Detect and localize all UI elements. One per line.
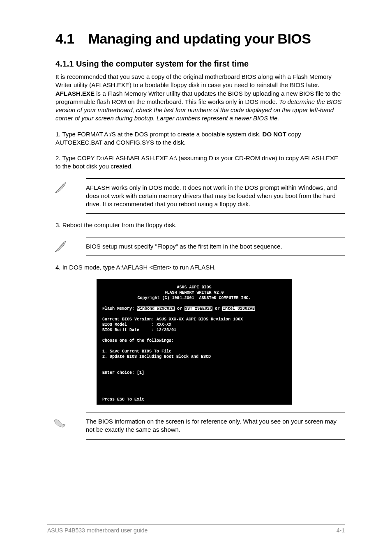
feather-icon [53,240,69,256]
intro-text-1: It is recommended that you save a copy o… [55,73,332,88]
bios-exit: Press ESC To Exit [102,397,144,402]
bios-title1: ASUS ACPI BIOS [102,285,286,290]
footer-page-number: 4-1 [337,527,345,534]
bios-screenshot: ASUS ACPI BIOSFLASH MEMORY WRITER V2.0Co… [97,279,292,405]
heading-title: Managing and updating your BIOS [88,31,311,46]
bios-opt2: 2. Update BIOS Including Boot Block and … [102,355,211,359]
bios-chip1: Winbond W29C020 [137,306,175,311]
step2-text: 2. Type COPY D:\AFLASH\AFLASH.EXE A:\ (a… [55,154,338,170]
heading-number: 4.1 [55,31,74,46]
bios-date: BIOS Built Date : 12/25/01 [102,328,176,332]
step1-text: 1. Type FORMAT A:/S at the DOS prompt to… [55,131,263,138]
note-2-row: The BIOS information on the screen is fo… [55,412,345,440]
bios-enter: Enter choice: [1] [102,371,144,375]
note-1b-box: BIOS setup must specify "Floppy" as the … [86,237,345,256]
step-3: 3. Reboot the computer from the floppy d… [55,221,345,229]
bios-opt1: 1. Save Current BIOS To File [102,349,171,354]
bios-flash-label: Flash Memory: [102,306,137,311]
subsection-heading: 4.1.1 Using the computer system for the … [55,59,345,69]
subheading-title: Using the computer system for the first … [76,59,249,68]
footer-left: ASUS P4B533 motherboard user guide [47,527,148,534]
section-heading: 4.1Managing and updating your BIOS [55,31,345,47]
note-1b-row: BIOS setup must specify "Floppy" as the … [55,237,345,256]
bios-chip2: SST 29EE020 [184,306,212,311]
note-1-row: AFLASH works only in DOS mode. It does n… [55,178,345,214]
bios-chip3: Intel 82802AB [222,306,255,311]
page-footer: ASUS P4B533 motherboard user guide 4-1 [47,524,345,534]
step3-text: 3. Reboot the computer from the floppy d… [55,221,177,228]
intro-bold: AFLASH.EXE [55,90,95,97]
subheading-number: 4.1.1 [55,59,74,68]
bios-or2: or [212,306,222,311]
note2-text: The BIOS information on the screen is fo… [86,418,337,433]
note-2-box: The BIOS information on the screen is fo… [86,412,345,440]
bios-title2: FLASH MEMORY WRITER V2.0 [102,290,286,295]
bios-choose: Choose one of the followings: [102,339,174,343]
feather-icon [53,181,69,197]
page-content: 4.1Managing and updating your BIOS 4.1.1… [0,0,392,472]
bios-or1: or [175,306,184,311]
bios-title3: Copyright (C) 1994-2001 ASUSTeK COMPUTER… [102,295,286,301]
note1b-text: BIOS setup must specify "Floppy" as the … [86,243,282,250]
note1-text: AFLASH works only in DOS mode. It does n… [86,184,337,208]
step4-text: 4. In DOS mode, type A:\AFLASH <Enter> t… [55,264,216,271]
step-4: 4. In DOS mode, type A:\AFLASH <Enter> t… [55,263,345,272]
step-1: 1. Type FORMAT A:/S at the DOS prompt to… [55,130,345,147]
intro-paragraph: It is recommended that you save a copy o… [55,73,345,123]
pointer-icon [53,416,69,432]
step-2: 2. Type COPY D:\AFLASH\AFLASH.EXE A:\ (a… [55,154,345,171]
step1-bold: DO NOT [263,131,286,138]
bios-model: BIOS Model : XXX-XX [102,322,171,327]
bios-version: Current BIOS Version: ASUS XXX-XX ACPI B… [102,317,243,322]
note-1-box: AFLASH works only in DOS mode. It does n… [86,178,345,214]
